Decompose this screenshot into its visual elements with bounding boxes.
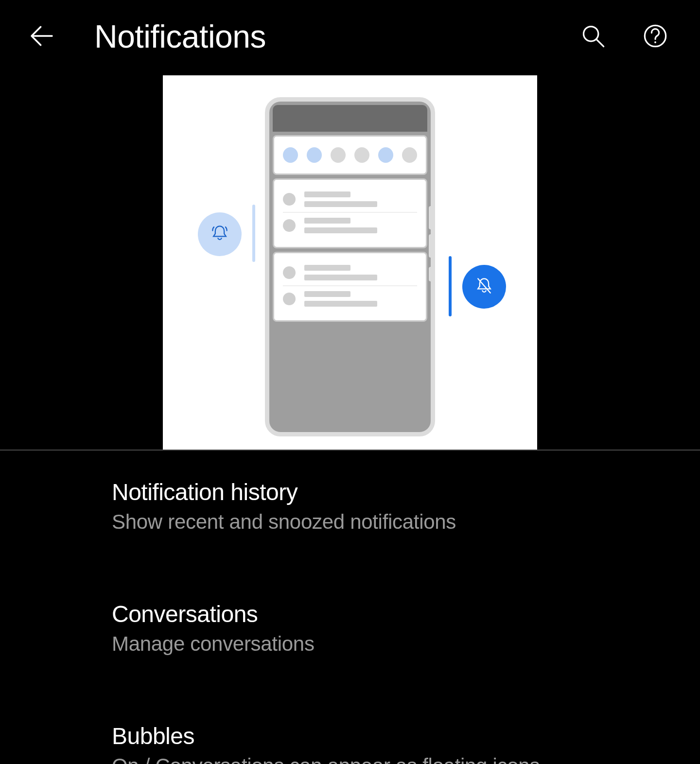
phone-content [273, 132, 427, 322]
setting-conversations[interactable]: Conversations Manage conversations [112, 573, 671, 665]
qs-toggle [354, 147, 369, 163]
page-title: Notifications [94, 18, 266, 55]
notification-lines [304, 218, 377, 233]
notification-lines [304, 291, 377, 307]
text-placeholder [304, 275, 377, 280]
setting-subtitle: Show recent and snoozed notifications [112, 510, 671, 534]
arrow-left-icon [28, 22, 55, 51]
notification-card [273, 178, 427, 248]
bell-off-icon [473, 275, 495, 298]
text-placeholder [304, 227, 377, 233]
bell-ringing-badge [198, 212, 242, 256]
setting-title: Conversations [112, 601, 671, 627]
qs-toggle [307, 147, 322, 163]
notification-lines [304, 265, 377, 280]
notification-row [283, 187, 417, 212]
setting-bubbles[interactable]: Bubbles On / Conversations can appear as… [112, 695, 671, 764]
help-button[interactable] [634, 15, 677, 58]
setting-subtitle: On / Conversations can appear as floatin… [112, 754, 671, 764]
qs-toggle [331, 147, 346, 163]
notification-avatar [283, 266, 296, 279]
hero-illustration [163, 75, 537, 450]
app-bar: Notifications [0, 0, 700, 73]
notification-avatar [283, 219, 296, 232]
notification-avatar [283, 293, 296, 305]
help-icon [643, 23, 668, 50]
notification-card [273, 252, 427, 322]
text-placeholder [304, 301, 377, 307]
text-placeholder [304, 265, 350, 271]
text-placeholder [304, 191, 350, 197]
setting-notification-history[interactable]: Notification history Show recent and sno… [112, 451, 671, 543]
svg-line-2 [597, 39, 604, 46]
setting-title: Notification history [112, 479, 671, 505]
phone-side-button [429, 234, 433, 258]
svg-point-4 [654, 41, 656, 43]
qs-toggle [378, 147, 393, 163]
setting-title: Bubbles [112, 723, 671, 749]
text-placeholder [304, 201, 377, 207]
notification-avatar [283, 193, 296, 206]
left-accent-bar [252, 205, 255, 262]
back-button[interactable] [24, 19, 59, 54]
notification-row [283, 285, 417, 312]
notification-lines [304, 191, 377, 207]
phone-statusbar [273, 105, 427, 132]
setting-subtitle: Manage conversations [112, 632, 671, 656]
right-accent-bar [449, 256, 452, 316]
bell-off-badge [462, 265, 506, 309]
qs-toggle [402, 147, 417, 163]
notification-row [283, 212, 417, 238]
bell-ringing-icon [209, 223, 230, 246]
phone-mock [265, 97, 435, 436]
svg-point-1 [584, 26, 598, 41]
search-icon [580, 23, 606, 50]
qs-toggle [283, 147, 298, 163]
settings-list: Notification history Show recent and sno… [0, 451, 700, 764]
search-button[interactable] [572, 15, 614, 58]
notification-row [283, 260, 417, 285]
quick-settings-row [273, 135, 427, 175]
text-placeholder [304, 218, 350, 224]
phone-side-button [429, 267, 433, 281]
phone-side-button [429, 206, 433, 229]
text-placeholder [304, 291, 350, 297]
